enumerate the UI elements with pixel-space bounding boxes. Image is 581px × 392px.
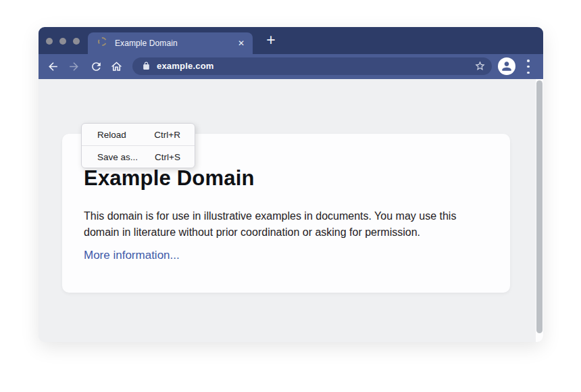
browser-toolbar: example.com [39, 54, 543, 79]
scrollbar-track [536, 79, 543, 342]
bookmark-star-icon[interactable] [474, 60, 486, 72]
lock-icon[interactable] [142, 62, 151, 70]
window-zoom-button[interactable] [73, 38, 80, 45]
browser-menu-icon[interactable] [524, 59, 532, 74]
forward-icon[interactable] [68, 60, 80, 73]
tab-example-domain[interactable]: Example Domain ✕ [88, 32, 253, 54]
browser-window: Example Domain ✕ + example.com [39, 27, 543, 342]
tab-strip: Example Domain ✕ + [39, 27, 543, 54]
page-viewport: Example Domain This domain is for use in… [39, 79, 543, 342]
context-menu-item-save-as[interactable]: Save as... Ctrl+S [82, 146, 195, 168]
window-controls [46, 38, 80, 45]
site-favicon-icon [98, 37, 107, 46]
context-menu-item-shortcut: Ctrl+R [154, 130, 180, 140]
page-title: Example Domain [84, 166, 255, 191]
scrollbar-thumb[interactable] [536, 80, 542, 333]
context-menu-item-reload[interactable]: Reload Ctrl+R [82, 124, 195, 145]
url-text: example.com [157, 57, 214, 75]
context-menu-item-label: Reload [97, 130, 126, 140]
more-information-link[interactable]: More information... [84, 247, 180, 264]
back-icon[interactable] [47, 60, 59, 73]
page-paragraph: This domain is for use in illustrative e… [84, 208, 484, 241]
window-minimize-button[interactable] [59, 38, 66, 45]
address-bar[interactable]: example.com [132, 57, 492, 75]
home-icon[interactable] [110, 60, 123, 73]
tab-title: Example Domain [115, 32, 178, 54]
tab-close-icon[interactable]: ✕ [238, 32, 245, 54]
window-close-button[interactable] [46, 38, 53, 45]
context-menu-item-shortcut: Ctrl+S [155, 152, 180, 162]
reload-icon[interactable] [90, 60, 103, 73]
new-tab-button[interactable]: + [259, 29, 282, 52]
context-menu: Reload Ctrl+R Save as... Ctrl+S [81, 123, 195, 168]
profile-avatar[interactable] [498, 57, 515, 75]
context-menu-item-label: Save as... [97, 152, 138, 162]
